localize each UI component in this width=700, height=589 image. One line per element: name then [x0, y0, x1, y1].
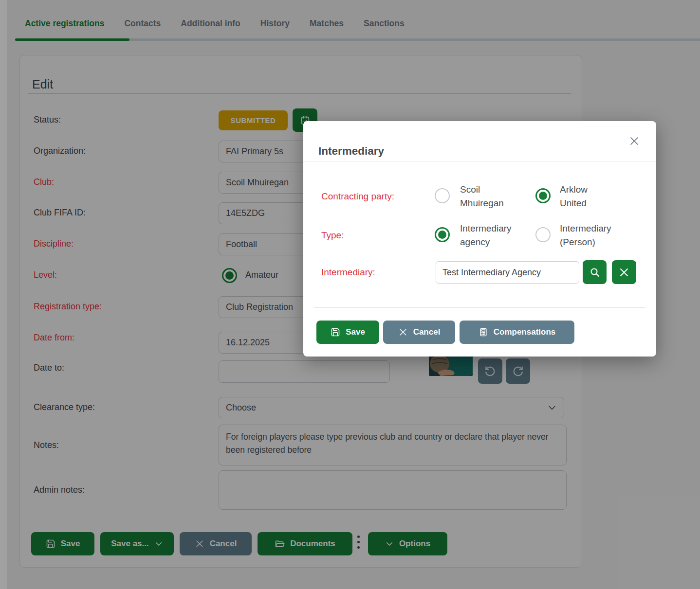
modal-footer-divider [314, 307, 645, 308]
modal-title: Intermediary [318, 145, 384, 158]
x-icon [618, 267, 630, 278]
contracting-party-radio-arklow-united-label: Arklow United [560, 183, 622, 210]
intermediary-label: Intermediary: [321, 267, 375, 278]
type-radio-intermediary-person[interactable] [535, 227, 551, 242]
type-radio-intermediary-agency-label: Intermediary agency [460, 222, 522, 249]
calculator-icon [479, 327, 488, 337]
modal-cancel-button[interactable]: Cancel [383, 321, 455, 344]
x-icon [398, 327, 408, 337]
contracting-party-radio-arklow-united[interactable] [535, 188, 551, 203]
type-radio-intermediary-agency[interactable] [435, 227, 450, 242]
modal-cancel-label: Cancel [413, 327, 441, 337]
intermediary-input[interactable] [436, 261, 579, 284]
modal-compensations-label: Compensations [494, 327, 556, 337]
type-label: Type: [321, 230, 344, 241]
contracting-party-label: Contracting party: [321, 191, 394, 202]
modal-save-label: Save [346, 327, 365, 337]
save-icon [331, 327, 340, 337]
search-icon [589, 267, 601, 278]
intermediary-modal: Intermediary Contracting party: Scoil Mh… [303, 121, 656, 357]
close-icon [628, 135, 640, 147]
intermediary-clear-button[interactable] [612, 260, 636, 284]
contracting-party-radio-scoil-mhuiregan[interactable] [435, 188, 450, 203]
modal-save-button[interactable]: Save [316, 321, 379, 344]
modal-close-button[interactable] [627, 134, 642, 148]
modal-header-divider [303, 161, 656, 161]
modal-compensations-button[interactable]: Compensations [460, 321, 574, 344]
type-radio-intermediary-person-label: Intermediary (Person) [560, 222, 622, 249]
intermediary-search-button[interactable] [583, 260, 607, 284]
contracting-party-radio-scoil-mhuiregan-label: Scoil Mhuiregan [460, 183, 522, 210]
